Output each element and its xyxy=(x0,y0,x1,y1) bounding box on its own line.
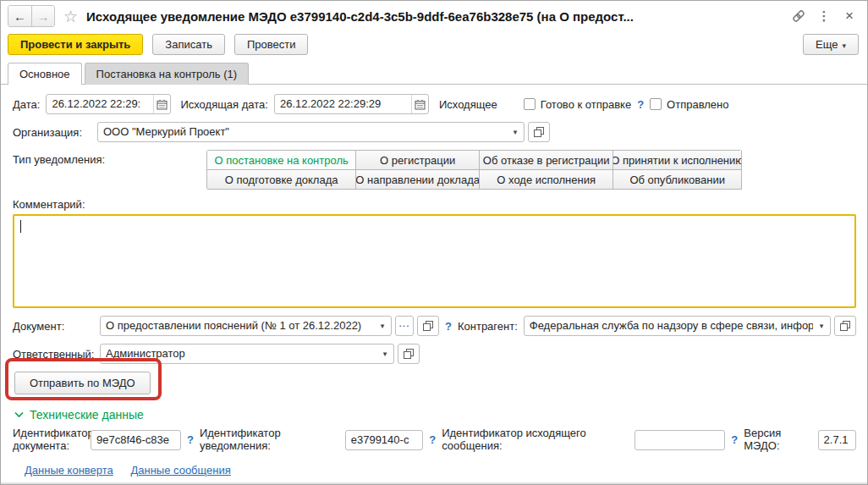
type-option-published[interactable]: Об опубликовании xyxy=(613,170,742,190)
responsible-input[interactable]: Администратор ▾ xyxy=(100,344,394,364)
dropdown-icon[interactable]: ▾ xyxy=(507,123,524,141)
outgoing-date-input[interactable]: 26.12.2022 22:29:29 xyxy=(274,94,429,114)
envelope-data-link[interactable]: Данные конверта xyxy=(25,464,113,477)
comment-textarea[interactable] xyxy=(13,214,856,308)
document-label: Документ: xyxy=(13,320,94,333)
comment-label: Комментарий: xyxy=(13,198,856,211)
medo-version-value: 2.7.1 xyxy=(819,431,855,449)
responsible-label: Ответственный: xyxy=(13,348,94,361)
date-value: 26.12.2022 22:29: xyxy=(47,95,153,113)
type-option-registration-refused[interactable]: Об отказе в регистрации xyxy=(480,151,613,170)
organization-label: Организация: xyxy=(13,126,91,139)
send-medo-button[interactable]: Отправить по МЭДО xyxy=(14,372,151,394)
form-window: ← → ☆ Исходящее уведомление МЭДО e379914… xyxy=(0,0,868,485)
outgoing-message-id-value xyxy=(635,431,724,449)
nav-history-group: ← → xyxy=(8,5,55,27)
footer-links: Данные конверта Данные сообщения xyxy=(25,464,856,485)
date-label: Дата: xyxy=(13,98,40,111)
open-form-icon[interactable] xyxy=(417,316,439,336)
responsible-value: Администратор xyxy=(101,344,376,363)
outgoing-flag-label: Исходящее xyxy=(439,98,497,111)
outgoing-date-label: Исходящая дата: xyxy=(180,98,268,111)
tab-control-setup[interactable]: Постановка на контроль (1) xyxy=(85,63,250,85)
notification-id-label: Идентификатор уведомления: xyxy=(200,427,340,452)
tab-main[interactable]: Основное xyxy=(8,63,82,85)
more-button[interactable]: Еще▾ xyxy=(803,34,859,55)
more-menu-icon[interactable]: ⋮ xyxy=(815,8,833,24)
notification-type-group: О постановке на контроль О регистрации О… xyxy=(206,150,742,190)
help-icon[interactable]: ? xyxy=(637,98,644,111)
tab-bar: Основное Постановка на контроль (1) xyxy=(1,59,867,85)
organization-input[interactable]: ООО "Меркурий Проект" ▾ xyxy=(97,122,525,142)
type-option-report-preparation[interactable]: О подготовке доклада xyxy=(207,170,356,190)
document-id-label: Идентификатор документа: xyxy=(13,427,85,452)
date-row: Дата: 26.12.2022 22:29: Исходящая дата: xyxy=(13,94,856,114)
document-id-input[interactable]: 9e7c8f46-c83e xyxy=(91,430,181,450)
post-and-close-button[interactable]: Провести и закрыть xyxy=(8,34,143,55)
dropdown-icon[interactable]: ▾ xyxy=(813,317,830,335)
notification-type-row: Тип уведомления: О постановке на контрол… xyxy=(13,150,856,190)
document-id-value: 9e7c8f46-c83e xyxy=(91,431,180,449)
forward-button[interactable]: → xyxy=(31,6,54,26)
type-option-control[interactable]: О постановке на контроль xyxy=(207,151,356,170)
send-medo-wrap: Отправить по МЭДО xyxy=(14,372,151,394)
document-value: О предоставлении пояснений (№ 1 от 26.12… xyxy=(101,317,374,335)
open-form-icon[interactable] xyxy=(834,316,856,336)
organization-value: ООО "Меркурий Проект" xyxy=(98,123,507,141)
choose-ellipsis-button[interactable]: ... xyxy=(395,316,414,336)
form-content: Дата: 26.12.2022 22:29: Исходящая дата: xyxy=(1,85,867,485)
favorite-star-icon[interactable]: ☆ xyxy=(63,7,78,26)
outgoing-message-id-label: Идентификатор исходящего сообщения: xyxy=(442,427,629,452)
organization-row: Организация: ООО "Меркурий Проект" ▾ xyxy=(13,122,856,142)
help-icon[interactable]: ? xyxy=(731,433,738,446)
type-option-accepted[interactable]: О принятии к исполнению xyxy=(613,151,742,170)
chevron-down-icon: ▾ xyxy=(842,41,846,50)
title-bar: ← → ☆ Исходящее уведомление МЭДО e379914… xyxy=(1,1,867,31)
help-icon[interactable]: ? xyxy=(187,433,194,446)
open-form-icon[interactable] xyxy=(528,122,550,142)
medo-version-input[interactable]: 2.7.1 xyxy=(818,430,856,450)
technical-data-header[interactable]: Технические данные xyxy=(14,408,856,422)
notification-id-input[interactable]: e3799140-c xyxy=(345,430,424,450)
technical-data-title: Технические данные xyxy=(30,408,144,422)
outgoing-message-id-input[interactable] xyxy=(635,430,725,450)
dropdown-icon[interactable]: ▾ xyxy=(376,344,393,363)
open-form-icon[interactable] xyxy=(398,344,420,364)
calendar-icon[interactable] xyxy=(411,95,428,113)
dropdown-icon[interactable]: ▾ xyxy=(374,317,391,335)
type-option-registration[interactable]: О регистрации xyxy=(356,151,480,170)
type-option-report-sent[interactable]: О направлении доклада xyxy=(356,170,480,190)
identifiers-row: Идентификатор документа: 9e7c8f46-c83e ?… xyxy=(13,427,856,452)
document-row: Документ: О предоставлении пояснений (№ … xyxy=(13,316,856,336)
date-input[interactable]: 26.12.2022 22:29: xyxy=(46,94,171,114)
medo-version-label: Версия МЭДО: xyxy=(744,427,812,452)
document-input[interactable]: О предоставлении пояснений (№ 1 от 26.12… xyxy=(100,316,392,336)
chevron-down-icon xyxy=(14,411,24,418)
back-button[interactable]: ← xyxy=(8,6,31,26)
outgoing-date-value: 26.12.2022 22:29:29 xyxy=(275,95,411,113)
ready-to-send-checkbox[interactable] xyxy=(524,98,536,110)
type-option-execution-progress[interactable]: О ходе исполнения xyxy=(480,170,613,190)
counterparty-input[interactable]: Федеральная служба по надзору в сфере св… xyxy=(524,316,831,336)
calendar-icon[interactable] xyxy=(153,95,170,113)
command-bar: Провести и закрыть Записать Провести Еще… xyxy=(1,31,867,59)
notification-type-label: Тип уведомления: xyxy=(13,153,105,166)
help-icon[interactable]: ? xyxy=(429,433,436,446)
write-button[interactable]: Записать xyxy=(152,34,225,55)
sent-checkbox[interactable] xyxy=(650,98,662,110)
close-icon[interactable]: × xyxy=(840,8,859,25)
message-data-link[interactable]: Данные сообщения xyxy=(130,464,230,477)
responsible-row: Ответственный: Администратор ▾ xyxy=(13,344,856,364)
ready-to-send-label: Готово к отправке xyxy=(541,98,631,111)
page-title: Исходящее уведомление МЭДО e3799140-c2d4… xyxy=(86,9,783,24)
sent-label: Отправлено xyxy=(667,98,728,111)
help-icon[interactable]: ? xyxy=(445,320,452,333)
link-icon[interactable] xyxy=(789,9,808,23)
counterparty-value: Федеральная служба по надзору в сфере св… xyxy=(525,317,813,335)
notification-id-value: e3799140-c xyxy=(346,431,423,449)
more-button-label: Еще xyxy=(816,38,838,51)
counterparty-label: Контрагент: xyxy=(458,320,518,333)
post-button[interactable]: Провести xyxy=(234,34,309,55)
